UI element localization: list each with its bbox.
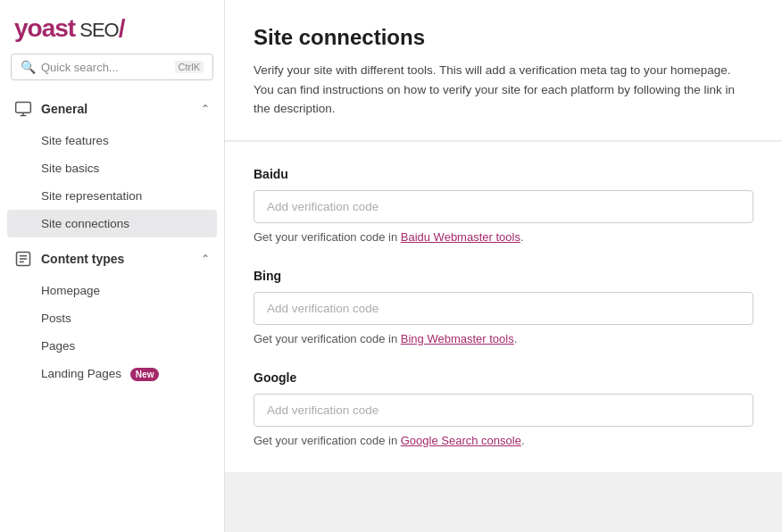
sidebar-item-site-connections[interactable]: Site connections	[7, 210, 217, 237]
sidebar-item-landing-pages[interactable]: Landing Pages New	[0, 360, 224, 388]
search-icon: 🔍	[21, 60, 36, 74]
nav-section-content-types: Content types ⌃ Homepage Posts Pages Lan…	[0, 241, 224, 388]
bing-help: Get your verification code in Bing Webma…	[254, 332, 753, 345]
baidu-help: Get your verification code in Baidu Webm…	[254, 230, 753, 244]
divider	[225, 140, 782, 141]
field-label-baidu: Baidu	[254, 167, 753, 181]
main-content: Site connections Verify your site with d…	[225, 0, 782, 532]
nav-section-general: General ⌃ Site features Site basics Site…	[0, 91, 224, 237]
sidebar-item-site-basics[interactable]: Site basics	[0, 154, 224, 182]
google-help-text: Get your verification code in	[254, 434, 401, 447]
logo-slash: /	[119, 14, 125, 42]
field-group-baidu: Baidu Get your verification code in Baid…	[254, 167, 753, 244]
logo-product: SEO	[75, 19, 119, 41]
sidebar: yoast SEO/ 🔍 Quick search... CtrlK Gener…	[0, 0, 225, 532]
landing-pages-label: Landing Pages	[41, 367, 121, 380]
svg-rect-0	[16, 103, 31, 113]
sidebar-item-pages[interactable]: Pages	[0, 332, 224, 360]
page-header-card: Site connections Verify your site with d…	[225, 0, 782, 140]
baidu-link[interactable]: Baidu Webmaster tools	[401, 230, 520, 244]
nav-section-content-types-header[interactable]: Content types ⌃	[0, 241, 224, 277]
file-icon	[14, 250, 32, 268]
sidebar-item-homepage[interactable]: Homepage	[0, 277, 224, 304]
google-help: Get your verification code in Google Sea…	[254, 434, 753, 447]
field-label-bing: Bing	[254, 269, 753, 283]
bing-link[interactable]: Bing Webmaster tools	[401, 332, 514, 345]
page-description: Verify your site with different tools. T…	[254, 61, 753, 119]
nav-section-general-label: General	[41, 102, 192, 116]
chevron-up-icon-2: ⌃	[201, 253, 210, 265]
baidu-help-text: Get your verification code in	[254, 230, 401, 244]
logo-brand: yoast	[14, 14, 75, 42]
monitor-icon	[14, 100, 32, 118]
baidu-input[interactable]	[254, 190, 753, 223]
google-link[interactable]: Google Search console	[401, 434, 521, 447]
sidebar-item-site-features[interactable]: Site features	[0, 127, 224, 154]
general-nav-items: Site features Site basics Site represent…	[0, 127, 224, 237]
search-bar[interactable]: 🔍 Quick search... CtrlK	[11, 54, 213, 80]
chevron-up-icon: ⌃	[201, 103, 210, 115]
bing-input[interactable]	[254, 292, 753, 325]
field-group-google: Google Get your verification code in Goo…	[254, 370, 753, 447]
bing-help-text: Get your verification code in	[254, 332, 401, 345]
new-badge: New	[130, 368, 160, 381]
page-title: Site connections	[254, 25, 753, 50]
sidebar-item-site-representation[interactable]: Site representation	[0, 182, 224, 210]
sidebar-item-posts[interactable]: Posts	[0, 304, 224, 332]
field-group-bing: Bing Get your verification code in Bing …	[254, 269, 753, 345]
nav-section-content-types-label: Content types	[41, 252, 192, 266]
fields-card: Baidu Get your verification code in Baid…	[225, 142, 782, 472]
logo-area: yoast SEO/	[0, 0, 224, 54]
content-types-nav-items: Homepage Posts Pages Landing Pages New	[0, 277, 224, 388]
search-placeholder: Quick search...	[41, 61, 175, 74]
field-label-google: Google	[254, 370, 753, 385]
google-input[interactable]	[254, 394, 753, 427]
logo: yoast SEO/	[14, 14, 210, 43]
nav-section-general-header[interactable]: General ⌃	[0, 91, 224, 127]
search-shortcut: CtrlK	[175, 61, 204, 73]
